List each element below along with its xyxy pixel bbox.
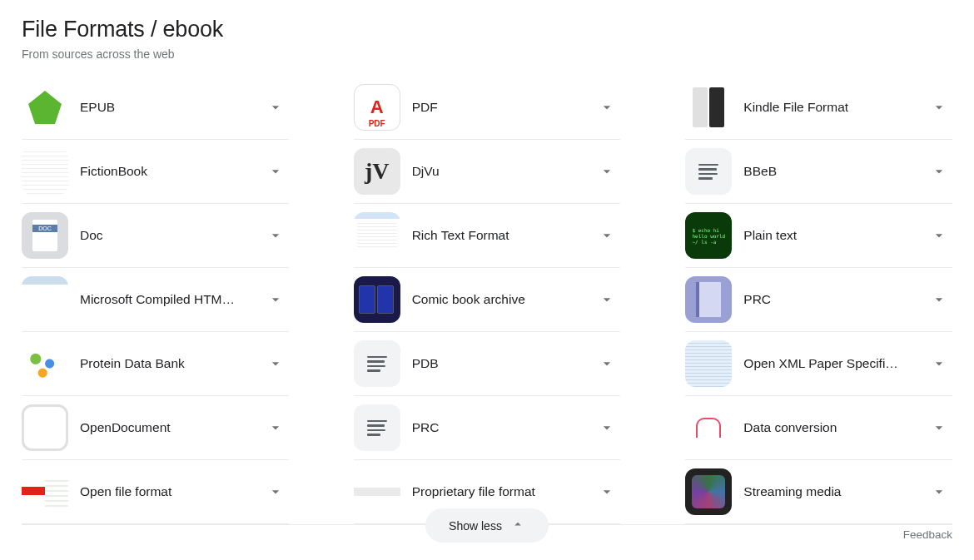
header: File Formats / ebook From sources across… [22, 17, 952, 61]
chevron-down-icon [266, 97, 286, 117]
format-thumbnail [685, 84, 732, 131]
chevron-down-icon [929, 354, 949, 374]
chevron-down-icon [266, 290, 286, 310]
format-thumbnail [354, 212, 400, 259]
format-thumbnail: jV [354, 148, 400, 195]
format-label: Rich Text Format [412, 228, 586, 243]
format-thumbnail [354, 276, 400, 323]
format-label: PRC [743, 292, 917, 307]
format-item[interactable]: PRC [354, 396, 621, 460]
format-label: Protein Data Bank [80, 356, 254, 371]
format-label: FictionBook [80, 164, 254, 179]
format-label: Comic book archive [412, 292, 586, 307]
format-item[interactable]: FictionBook [22, 140, 289, 204]
chevron-down-icon [597, 225, 617, 245]
format-thumbnail [685, 468, 732, 515]
format-item[interactable]: PDB [354, 332, 621, 396]
format-item[interactable]: OpenDocument [22, 396, 289, 460]
chevron-down-icon [266, 482, 286, 502]
format-thumbnail [685, 404, 732, 451]
format-thumbnail: $ echo hihello world~/ ls -a [685, 212, 732, 259]
format-item[interactable]: Open XML Paper Specifi… [685, 332, 952, 396]
format-label: Data conversion [743, 420, 917, 435]
format-label: BBeB [743, 164, 917, 179]
format-thumbnail [354, 404, 400, 451]
format-label: Kindle File Format [743, 100, 917, 115]
format-item[interactable]: EPUB [22, 76, 289, 140]
format-label: OpenDocument [80, 420, 254, 435]
footer: Show less Feedback [22, 524, 952, 558]
format-item[interactable]: PRC [685, 268, 952, 332]
format-thumbnail [22, 404, 68, 451]
chevron-down-icon [597, 161, 617, 181]
format-label: Plain text [743, 228, 917, 243]
format-label: Proprietary file format [412, 484, 586, 499]
format-label: PDB [412, 356, 586, 371]
format-label: Open XML Paper Specifi… [743, 356, 917, 371]
format-item[interactable]: Protein Data Bank [22, 332, 289, 396]
format-label: Streaming media [743, 484, 917, 499]
format-grid: EPUBAPDFPDFKindle File FormatFictionBook… [22, 76, 952, 524]
feedback-link[interactable]: Feedback [903, 528, 952, 541]
format-label: Doc [80, 228, 254, 243]
chevron-down-icon [597, 290, 617, 310]
show-less-label: Show less [449, 519, 502, 533]
format-thumbnail [685, 148, 732, 195]
format-thumbnail [22, 148, 68, 195]
format-thumbnail [22, 84, 68, 131]
format-item[interactable]: Kindle File Format [685, 76, 952, 140]
format-label: PDF [412, 100, 586, 115]
format-item[interactable]: Streaming media [685, 460, 952, 524]
format-item[interactable]: Open file format [22, 460, 289, 524]
chevron-down-icon [929, 161, 949, 181]
show-less-button[interactable]: Show less [425, 508, 549, 543]
format-thumbnail [22, 468, 68, 515]
format-thumbnail [685, 276, 732, 323]
chevron-up-icon [510, 517, 525, 534]
format-label: PRC [412, 420, 586, 435]
format-item[interactable]: APDFPDF [354, 76, 621, 140]
chevron-down-icon [266, 354, 286, 374]
format-item[interactable]: jVDjVu [354, 140, 621, 204]
format-item[interactable]: Rich Text Format [354, 204, 621, 268]
format-item[interactable]: Comic book archive [354, 268, 621, 332]
format-label: EPUB [80, 100, 254, 115]
chevron-down-icon [929, 482, 949, 502]
format-item[interactable]: Data conversion [685, 396, 952, 460]
chevron-down-icon [266, 225, 286, 245]
format-item[interactable]: Doc [22, 204, 289, 268]
chevron-down-icon [929, 290, 949, 310]
format-item[interactable]: $ echo hihello world~/ ls -aPlain text [685, 204, 952, 268]
format-thumbnail [22, 276, 68, 323]
chevron-down-icon [597, 354, 617, 374]
chevron-down-icon [929, 97, 949, 117]
format-label: DjVu [412, 164, 586, 179]
chevron-down-icon [266, 161, 286, 181]
format-thumbnail [22, 212, 68, 259]
format-item[interactable]: Microsoft Compiled HTM… [22, 268, 289, 332]
page-title: File Formats / ebook [22, 17, 952, 42]
chevron-down-icon [266, 418, 286, 438]
chevron-down-icon [929, 418, 949, 438]
format-label: Open file format [80, 484, 254, 499]
format-item[interactable]: BBeB [685, 140, 952, 204]
format-thumbnail [354, 340, 400, 387]
format-thumbnail [354, 468, 400, 515]
chevron-down-icon [597, 418, 617, 438]
page-subtitle: From sources across the web [22, 47, 952, 61]
chevron-down-icon [597, 482, 617, 502]
format-thumbnail [22, 340, 68, 387]
format-thumbnail [685, 340, 732, 387]
format-label: Microsoft Compiled HTM… [80, 292, 254, 307]
chevron-down-icon [597, 97, 617, 117]
format-thumbnail: APDF [354, 84, 400, 131]
chevron-down-icon [929, 225, 949, 245]
